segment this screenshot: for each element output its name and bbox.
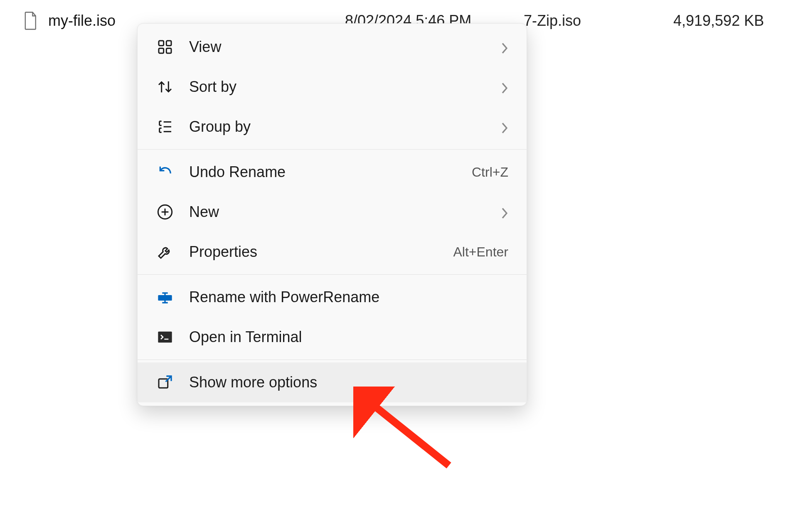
svg-rect-3: [166, 48, 171, 53]
expand-icon: [156, 373, 174, 392]
file-size: 4,919,592 KB: [673, 12, 764, 30]
menu-item-view[interactable]: View: [138, 27, 527, 67]
menu-item-sort-by[interactable]: Sort by: [138, 67, 527, 107]
menu-separator: [138, 360, 527, 360]
menu-label: Open in Terminal: [189, 328, 508, 346]
file-icon: [23, 12, 38, 30]
svg-rect-6: [164, 293, 165, 303]
menu-shortcut: Alt+Enter: [453, 244, 508, 260]
svg-line-11: [366, 399, 449, 466]
terminal-icon: [156, 328, 174, 346]
menu-label: Group by: [189, 118, 501, 135]
group-icon: [156, 118, 174, 136]
svg-rect-1: [166, 41, 171, 46]
file-type: 7-Zip.iso: [524, 12, 581, 30]
menu-label: View: [189, 38, 501, 56]
menu-shortcut: Ctrl+Z: [472, 165, 508, 180]
context-menu: View Sort by Group by: [137, 23, 527, 406]
menu-separator: [138, 149, 527, 150]
menu-label: New: [189, 203, 501, 221]
chevron-right-icon: [501, 206, 508, 218]
menu-label: Properties: [189, 243, 453, 261]
sort-icon: [156, 78, 174, 96]
menu-label: Rename with PowerRename: [189, 288, 508, 306]
menu-separator: [138, 274, 527, 275]
powerrename-icon: [156, 288, 174, 306]
svg-rect-0: [159, 41, 164, 46]
menu-item-properties[interactable]: Properties Alt+Enter: [138, 232, 527, 272]
grid-icon: [156, 38, 174, 56]
wrench-icon: [156, 243, 174, 261]
menu-item-open-terminal[interactable]: Open in Terminal: [138, 317, 527, 357]
menu-label: Sort by: [189, 78, 501, 96]
menu-item-undo-rename[interactable]: Undo Rename Ctrl+Z: [138, 152, 527, 192]
menu-item-show-more-options[interactable]: Show more options: [138, 362, 527, 402]
plus-icon: [156, 203, 174, 221]
menu-label: Show more options: [189, 374, 508, 391]
svg-rect-8: [162, 302, 167, 303]
chevron-right-icon: [501, 81, 508, 93]
menu-item-power-rename[interactable]: Rename with PowerRename: [138, 277, 527, 317]
menu-item-new[interactable]: New: [138, 192, 527, 232]
menu-item-group-by[interactable]: Group by: [138, 107, 527, 147]
chevron-right-icon: [501, 41, 508, 53]
svg-rect-2: [159, 48, 164, 53]
chevron-right-icon: [501, 121, 508, 133]
undo-icon: [156, 163, 174, 181]
svg-rect-9: [158, 332, 172, 343]
svg-rect-7: [162, 292, 167, 293]
menu-label: Undo Rename: [189, 163, 472, 181]
